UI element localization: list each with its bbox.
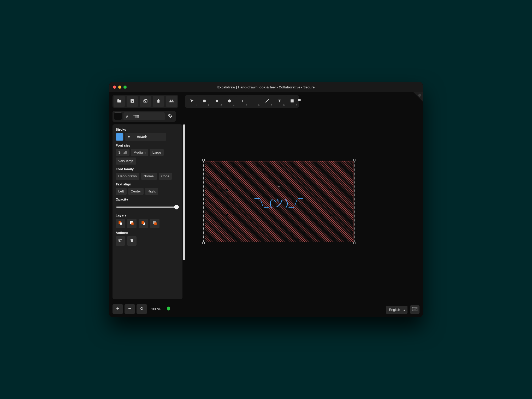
svg-rect-22 (416, 308, 417, 309)
minus-icon (128, 306, 132, 312)
resize-handle-tl[interactable] (202, 159, 205, 161)
rotation-handle[interactable] (278, 185, 280, 187)
svg-rect-23 (413, 309, 413, 309)
canvas[interactable]: ¯\_(ツ)_/¯ (109, 92, 423, 317)
resize-handle-bl[interactable] (226, 214, 228, 216)
window-minimize-button[interactable] (118, 86, 121, 89)
svg-rect-27 (416, 309, 417, 309)
svg-rect-26 (416, 309, 416, 309)
svg-rect-24 (414, 309, 414, 309)
resize-handle-tr[interactable] (330, 189, 332, 191)
svg-rect-28 (413, 310, 416, 310)
zoom-in-button[interactable] (113, 304, 123, 314)
language-select[interactable]: English (386, 306, 407, 314)
svg-rect-21 (416, 308, 416, 309)
canvas-text[interactable]: ¯\_(ツ)_/¯ (227, 196, 331, 210)
traffic-lights (113, 86, 127, 89)
resize-handle-br[interactable] (353, 242, 356, 244)
svg-rect-19 (414, 308, 414, 309)
window-close-button[interactable] (113, 86, 116, 89)
window-title: Excalidraw | Hand-drawn look & feel • Co… (109, 85, 423, 89)
zoom-level[interactable]: 100% (149, 307, 163, 311)
resize-handle-tr[interactable] (353, 159, 356, 161)
reset-zoom-button[interactable] (137, 304, 147, 314)
text-selection[interactable]: ¯\_(ツ)_/¯ (227, 190, 331, 215)
resize-handle-bl[interactable] (202, 242, 205, 244)
svg-rect-18 (413, 308, 413, 309)
shield-icon (166, 307, 171, 312)
reset-icon (140, 306, 144, 312)
svg-rect-20 (415, 308, 415, 309)
encryption-indicator[interactable] (166, 306, 171, 312)
keyboard-shortcuts-button[interactable] (410, 305, 419, 314)
titlebar: Excalidraw | Hand-drawn look & feel • Co… (109, 82, 423, 92)
resize-handle-br[interactable] (330, 214, 332, 216)
zoom-controls: 100% (113, 304, 171, 314)
app-body: 1 2 3 4 5 6 7 8 9 # Stroke # (109, 92, 423, 317)
footer-right: English (386, 305, 419, 314)
svg-rect-25 (415, 309, 415, 309)
resize-handle-tl[interactable] (226, 189, 228, 191)
plus-icon (116, 306, 120, 312)
app-window: Excalidraw | Hand-drawn look & feel • Co… (109, 82, 423, 317)
window-maximize-button[interactable] (123, 86, 127, 89)
keyboard-icon (412, 307, 417, 312)
zoom-out-button[interactable] (125, 304, 135, 314)
